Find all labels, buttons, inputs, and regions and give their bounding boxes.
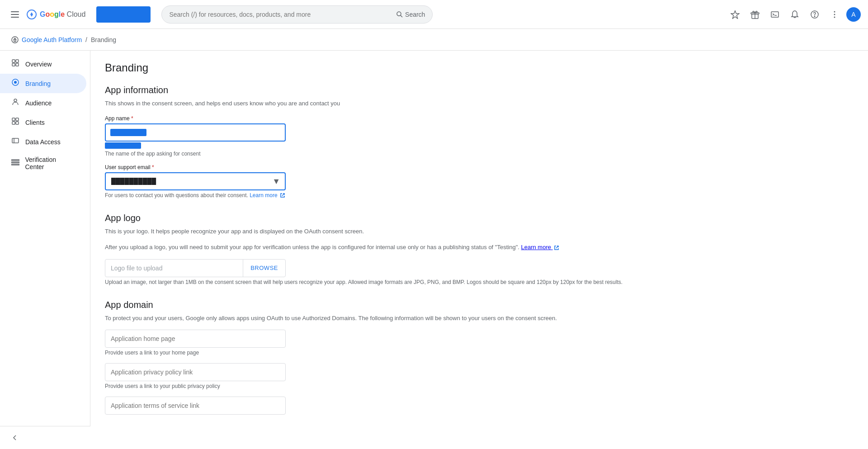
- more-icon-btn[interactable]: [826, 6, 843, 23]
- audience-icon: [11, 98, 20, 108]
- sidebar-item-verification-center[interactable]: Verification Center: [0, 151, 86, 175]
- breadcrumb: Google Auth Platform / Branding: [0, 29, 868, 51]
- cloud-shell-icon-btn[interactable]: [767, 6, 783, 23]
- notification-icon-btn[interactable]: [787, 6, 803, 23]
- google-cloud-logo: Google Cloud: [26, 9, 85, 20]
- svg-rect-26: [12, 118, 15, 121]
- app-name-field: App name * The name of the app asking fo…: [105, 115, 854, 157]
- app-domain-description: To protect you and your users, Google on…: [105, 314, 854, 323]
- sidebar-item-overview[interactable]: Overview: [0, 54, 86, 74]
- svg-point-14: [834, 11, 835, 12]
- home-page-input[interactable]: [105, 330, 286, 348]
- terms-of-service-field: [105, 397, 854, 415]
- main-layout: Overview Branding Audience: [0, 51, 868, 449]
- svg-rect-27: [16, 118, 19, 121]
- nav-actions: A: [727, 6, 861, 23]
- breadcrumb-home-icon: [11, 36, 19, 44]
- sidebar-data-access-label: Data Access: [25, 138, 61, 146]
- app-name-required-marker: *: [131, 115, 133, 122]
- breadcrumb-current: Branding: [91, 36, 116, 43]
- overview-icon: [11, 59, 20, 69]
- app-domain-section: App domain To protect you and your users…: [105, 300, 854, 415]
- svg-rect-19: [12, 60, 15, 62]
- svg-point-16: [834, 16, 835, 18]
- sidebar-item-clients[interactable]: Clients: [0, 113, 86, 132]
- logo-text: Google Cloud: [40, 10, 85, 19]
- svg-point-4: [397, 12, 401, 16]
- verification-center-icon: [11, 158, 20, 169]
- menu-icon[interactable]: [7, 7, 23, 22]
- svg-point-25: [14, 99, 17, 102]
- page-title: Branding: [105, 61, 854, 74]
- user-support-email-required-marker: *: [152, 164, 154, 170]
- sidebar-collapse-area: [0, 426, 90, 449]
- search-input[interactable]: [169, 11, 396, 18]
- svg-marker-6: [731, 11, 739, 19]
- project-selector[interactable]: [96, 6, 151, 23]
- user-avatar[interactable]: A: [846, 7, 861, 22]
- sidebar: Overview Branding Audience: [0, 51, 90, 449]
- help-icon-btn[interactable]: [807, 6, 823, 23]
- sidebar-collapse-button[interactable]: [11, 434, 19, 442]
- sidebar-overview-label: Overview: [25, 61, 52, 68]
- logo-upload-placeholder: Logo file to upload: [105, 265, 243, 272]
- star-icon-btn[interactable]: [727, 6, 743, 23]
- svg-rect-33: [11, 162, 19, 163]
- logo-upload-hint: Upload an image, not larger than 1MB on …: [105, 279, 854, 285]
- search-button[interactable]: Search: [396, 11, 425, 18]
- svg-rect-29: [16, 122, 19, 124]
- svg-rect-18: [14, 40, 16, 42]
- breadcrumb-parent[interactable]: Google Auth Platform: [22, 36, 82, 43]
- app-domain-title: App domain: [105, 300, 854, 310]
- svg-rect-32: [11, 160, 19, 161]
- app-information-section: App information This shows in the consen…: [105, 85, 854, 199]
- app-information-description: This shows in the consent screen, and he…: [105, 99, 854, 108]
- svg-rect-30: [12, 138, 19, 143]
- terms-of-service-input[interactable]: [105, 397, 286, 415]
- svg-line-5: [401, 15, 402, 17]
- user-support-email-select[interactable]: ██████████: [105, 172, 286, 190]
- svg-rect-21: [12, 63, 15, 66]
- app-logo-section: App logo This is your logo. It helps peo…: [105, 213, 854, 285]
- app-information-title: App information: [105, 85, 854, 95]
- svg-point-15: [834, 14, 835, 15]
- privacy-policy-input[interactable]: [105, 363, 286, 381]
- privacy-policy-field: Provide users a link to your public priv…: [105, 363, 854, 389]
- home-page-hint: Provide users a link to your home page: [105, 350, 854, 356]
- svg-rect-10: [771, 12, 778, 17]
- user-support-email-label: User support email *: [105, 164, 854, 170]
- branding-icon: [11, 78, 20, 89]
- svg-point-24: [14, 81, 17, 84]
- sidebar-branding-label: Branding: [25, 80, 51, 87]
- app-name-hint: The name of the app asking for consent: [105, 151, 854, 157]
- user-support-email-learn-more-link[interactable]: Learn more: [250, 192, 285, 199]
- app-name-label: App name *: [105, 115, 854, 122]
- app-name-input[interactable]: [105, 123, 286, 142]
- logo-upload-container: Logo file to upload BROWSE: [105, 259, 286, 277]
- privacy-policy-hint: Provide users a link to your public priv…: [105, 383, 854, 389]
- user-support-email-field: User support email * ██████████ ▼ For us…: [105, 164, 854, 199]
- svg-rect-22: [16, 63, 19, 66]
- user-support-email-wrapper: ██████████ ▼: [105, 172, 286, 190]
- sidebar-item-audience[interactable]: Audience: [0, 93, 86, 113]
- svg-rect-34: [11, 164, 19, 165]
- sidebar-clients-label: Clients: [25, 119, 45, 126]
- top-nav: Google Cloud Search: [0, 0, 868, 29]
- gift-icon-btn[interactable]: [747, 6, 763, 23]
- app-logo-desc1: This is your logo. It helps people recog…: [105, 227, 854, 236]
- app-logo-desc2: After you upload a logo, you will need t…: [105, 243, 854, 252]
- user-support-email-hint: For users to contact you with questions …: [105, 192, 854, 199]
- svg-rect-28: [12, 122, 15, 124]
- search-bar: Search: [161, 5, 433, 24]
- data-access-icon: [11, 137, 20, 147]
- clients-icon: [11, 117, 20, 128]
- home-page-field: Provide users a link to your home page: [105, 330, 854, 356]
- svg-rect-1: [11, 14, 19, 15]
- sidebar-verification-center-label: Verification Center: [25, 156, 76, 170]
- breadcrumb-separator: /: [85, 36, 87, 43]
- browse-button[interactable]: BROWSE: [243, 260, 285, 277]
- sidebar-item-branding[interactable]: Branding: [0, 74, 86, 93]
- app-logo-learn-more-link[interactable]: Learn more: [521, 244, 559, 250]
- svg-rect-2: [11, 17, 19, 18]
- sidebar-item-data-access[interactable]: Data Access: [0, 132, 86, 151]
